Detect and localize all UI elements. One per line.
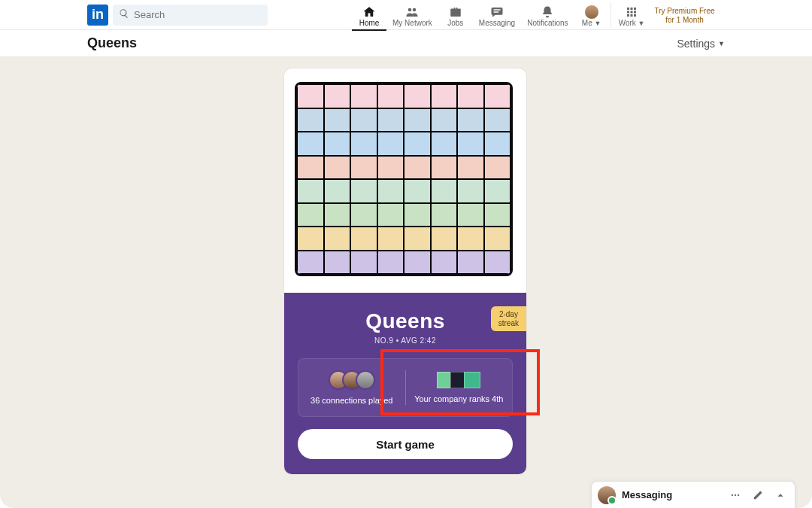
- board-cell[interactable]: [431, 179, 458, 203]
- board-cell[interactable]: [377, 251, 404, 275]
- messaging-overlay[interactable]: Messaging: [591, 481, 795, 508]
- board-cell[interactable]: [324, 203, 351, 227]
- board-cell[interactable]: [457, 203, 484, 227]
- nav-jobs[interactable]: Jobs: [438, 0, 473, 30]
- nav-items: Home My Network Jobs Messaging Notificat…: [352, 0, 718, 30]
- board-cell[interactable]: [457, 84, 484, 108]
- board-cell[interactable]: [431, 251, 458, 275]
- nav-messaging[interactable]: Messaging: [473, 0, 521, 30]
- board-cell[interactable]: [457, 227, 484, 251]
- board-cell[interactable]: [297, 132, 324, 156]
- streak-tag: 2-day streak: [491, 306, 526, 331]
- board-cell[interactable]: [377, 84, 404, 108]
- board-cell[interactable]: [484, 251, 511, 275]
- board-cell[interactable]: [484, 203, 511, 227]
- board-cell[interactable]: [324, 108, 351, 132]
- board-cell[interactable]: [297, 84, 324, 108]
- search-input-wrap[interactable]: [113, 5, 268, 26]
- board-cell[interactable]: [297, 227, 324, 251]
- board-cell[interactable]: [431, 156, 458, 180]
- board-cell[interactable]: [377, 227, 404, 251]
- board-cell[interactable]: [297, 156, 324, 180]
- board-cell[interactable]: [324, 227, 351, 251]
- board-cell[interactable]: [377, 179, 404, 203]
- board-cell[interactable]: [297, 251, 324, 275]
- board-cell[interactable]: [484, 84, 511, 108]
- linkedin-logo[interactable]: in: [87, 5, 108, 26]
- board-cell[interactable]: [404, 156, 431, 180]
- compose-icon[interactable]: [750, 487, 766, 503]
- messaging-avatar: [598, 486, 616, 504]
- board-cell[interactable]: [377, 132, 404, 156]
- board-cell[interactable]: [297, 179, 324, 203]
- board-cell[interactable]: [350, 156, 377, 180]
- queens-board[interactable]: [295, 82, 513, 276]
- game-panel: 2-day streak Queens NO.9 • AVG 2:42 36 c…: [284, 293, 526, 474]
- board-cell[interactable]: [350, 108, 377, 132]
- board-cell[interactable]: [324, 132, 351, 156]
- board-cell[interactable]: [350, 203, 377, 227]
- me-avatar: [584, 5, 599, 19]
- board-cell[interactable]: [350, 84, 377, 108]
- board-cell[interactable]: [297, 203, 324, 227]
- board-cell[interactable]: [404, 227, 431, 251]
- board-cell[interactable]: [377, 203, 404, 227]
- premium-cta[interactable]: Try Premium Free for 1 Month: [650, 0, 718, 30]
- board-cell[interactable]: [350, 251, 377, 275]
- board-cell[interactable]: [350, 179, 377, 203]
- game-title: Queens: [298, 309, 513, 333]
- board-cell[interactable]: [350, 227, 377, 251]
- board-cell[interactable]: [324, 179, 351, 203]
- board-cell[interactable]: [457, 132, 484, 156]
- board-cell[interactable]: [377, 108, 404, 132]
- board-cell[interactable]: [404, 179, 431, 203]
- board-cell[interactable]: [404, 84, 431, 108]
- board-cell[interactable]: [377, 156, 404, 180]
- board-cell[interactable]: [404, 203, 431, 227]
- board-cell[interactable]: [484, 227, 511, 251]
- board-cell[interactable]: [404, 251, 431, 275]
- board-cell[interactable]: [431, 203, 458, 227]
- board-cell[interactable]: [404, 108, 431, 132]
- chevron-up-icon[interactable]: [772, 487, 789, 503]
- settings-dropdown[interactable]: Settings ▼: [677, 38, 725, 50]
- start-game-button[interactable]: Start game: [298, 429, 513, 459]
- nav-home[interactable]: Home: [352, 0, 386, 30]
- nav-work[interactable]: Work ▼: [613, 0, 651, 30]
- board-cell[interactable]: [350, 132, 377, 156]
- svg-point-1: [735, 494, 736, 495]
- home-icon: [362, 5, 376, 19]
- board-cell[interactable]: [324, 156, 351, 180]
- board-cell[interactable]: [457, 179, 484, 203]
- board-cell[interactable]: [324, 84, 351, 108]
- board-cell[interactable]: [297, 108, 324, 132]
- board-cell[interactable]: [484, 108, 511, 132]
- board-cell[interactable]: [484, 156, 511, 180]
- board-cell[interactable]: [431, 84, 458, 108]
- board-cell[interactable]: [484, 132, 511, 156]
- nav-notifications[interactable]: Notifications: [521, 0, 574, 30]
- board-cell[interactable]: [324, 251, 351, 275]
- network-icon: [405, 5, 419, 19]
- queens-card: 2-day streak Queens NO.9 • AVG 2:42 36 c…: [284, 68, 526, 474]
- board-cell[interactable]: [484, 179, 511, 203]
- board-cell[interactable]: [457, 108, 484, 132]
- nav-me[interactable]: Me ▼: [574, 0, 609, 30]
- search-input[interactable]: [134, 9, 262, 20]
- nav-network[interactable]: My Network: [386, 0, 438, 30]
- board-cell[interactable]: [404, 132, 431, 156]
- board-cell[interactable]: [431, 132, 458, 156]
- company-rank-stat[interactable]: Your company ranks 4th: [406, 359, 513, 416]
- messaging-title: Messaging: [622, 489, 721, 500]
- bell-icon: [541, 5, 554, 19]
- more-icon[interactable]: [727, 487, 744, 503]
- company-logos: [437, 372, 480, 388]
- board-cell[interactable]: [431, 108, 458, 132]
- board-cell[interactable]: [457, 251, 484, 275]
- board-cell[interactable]: [431, 227, 458, 251]
- connections-stat[interactable]: 36 connections played: [298, 359, 405, 416]
- board-cell[interactable]: [457, 156, 484, 180]
- page-stage: 2-day streak Queens NO.9 • AVG 2:42 36 c…: [0, 57, 812, 508]
- chevron-down-icon: ▼: [718, 40, 725, 47]
- jobs-icon: [449, 5, 462, 19]
